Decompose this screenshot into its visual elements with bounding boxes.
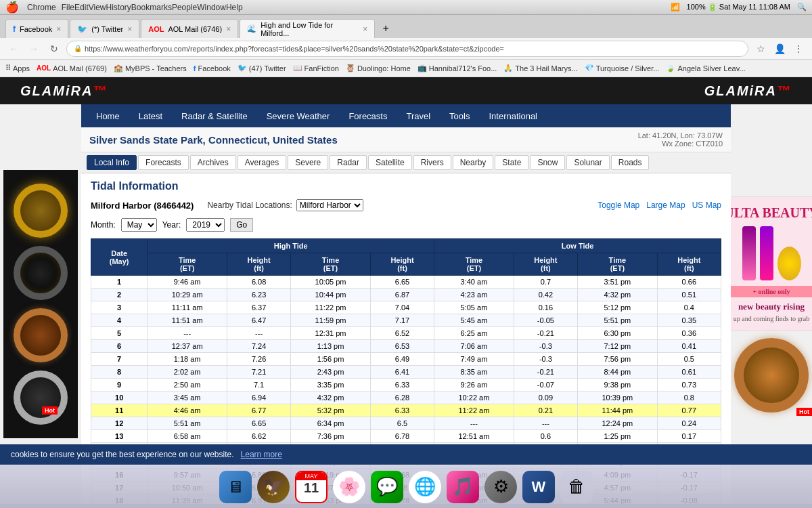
dock-photos[interactable]: 🌸 [332, 469, 367, 505]
tab-close-icon[interactable]: × [363, 24, 367, 34]
dock-trash[interactable]: 🗑 [559, 469, 594, 505]
month-year-row: Month: May Year: 2019 Go [91, 218, 721, 232]
nav-radar[interactable]: Radar & Satellite [172, 107, 257, 125]
location-header: Silver Sands State Park, Connecticut, Un… [81, 127, 731, 152]
cookie-learn-more[interactable]: Learn more [241, 450, 282, 459]
us-map-link[interactable]: US Map [692, 200, 721, 210]
ht1-height-cell: 6.47 [227, 314, 290, 327]
menu-file[interactable]: File [62, 3, 74, 12]
forward-button[interactable]: → [26, 41, 42, 57]
subnav-roads[interactable]: Roads [611, 155, 650, 170]
date-cell: 2 [91, 289, 148, 301]
menu-history[interactable]: History [106, 3, 131, 12]
go-button[interactable]: Go [230, 218, 253, 232]
tab-facebook[interactable]: f Facebook × [5, 19, 68, 38]
dock-messages[interactable]: 💬 [369, 469, 405, 505]
year-select[interactable]: 2019 [186, 218, 225, 232]
tab-bar: f Facebook × 🐦 (*) Twitter × AOL AOL Mai… [0, 15, 812, 38]
dock-settings[interactable]: ⚙ [483, 469, 518, 505]
ht1-height-header: Height(ft) [227, 253, 290, 276]
tab-aol[interactable]: AOL AOL Mail (6746) × [141, 19, 238, 38]
subnav-solunar[interactable]: Solunar [566, 155, 609, 170]
lt1-time-cell: 10:22 am [434, 391, 514, 404]
subnav-snow[interactable]: Snow [530, 155, 565, 170]
nav-travel[interactable]: Travel [397, 107, 440, 125]
subnav-rivers[interactable]: Rivers [413, 155, 451, 170]
bookmark-turquoise[interactable]: 💎 Turquoise / Silver... [585, 64, 660, 72]
glamira-banner-top[interactable]: GLAMiRA™ GLAMiRA™ [0, 77, 812, 104]
ring-ad-1 [14, 184, 68, 238]
subnav-radar[interactable]: Radar [330, 155, 367, 170]
new-tab-button[interactable]: + [376, 19, 395, 38]
menu-bookmarks[interactable]: Bookmarks [131, 3, 172, 12]
tab-close-icon[interactable]: × [56, 24, 61, 34]
back-button[interactable]: ← [5, 41, 22, 57]
bookmark-fanfiction[interactable]: 📖 FanFiction [293, 64, 339, 72]
subnav-state[interactable]: State [495, 155, 528, 170]
menu-chrome[interactable]: Chrome [27, 3, 56, 12]
table-row: 8 2:02 am 7.21 2:43 pm 6.41 8:35 am -0.2… [91, 366, 721, 379]
twitter-bookmark-icon: 🐦 [238, 64, 247, 72]
dock-finder[interactable]: 🖥 [218, 469, 253, 505]
menu-edit[interactable]: Edit [74, 3, 89, 12]
bookmark-hannibal[interactable]: 📺 Hannibal712's Foo... [418, 64, 497, 72]
reload-button[interactable]: ↻ [46, 41, 62, 57]
duolingo-icon: 🦉 [346, 64, 355, 72]
bookmark-duolingo[interactable]: 🦉 Duolingo: Home [346, 64, 411, 72]
nav-severe[interactable]: Severe Weather [257, 107, 340, 125]
dock-music[interactable]: 🎵 [445, 469, 480, 505]
tab-close-icon[interactable]: × [226, 24, 231, 34]
subnav-satellite[interactable]: Satellite [368, 155, 412, 170]
table-row: 12 5:51 am 6.65 6:34 pm 6.5 --- --- 12:2… [91, 417, 721, 430]
dock-calendar[interactable]: MAY 11 [294, 469, 329, 505]
large-map-link[interactable]: Large Map [646, 200, 685, 210]
nav-latest[interactable]: Latest [129, 107, 172, 125]
menu-window[interactable]: Window [197, 3, 226, 12]
dock-chrome[interactable]: 🌐 [407, 469, 443, 505]
ht1-height-cell: --- [227, 327, 290, 340]
bookmark-star-button[interactable]: ☆ [752, 41, 769, 57]
nav-home[interactable]: Home [87, 107, 129, 125]
tab-tide[interactable]: 🌊 High and Low Tide for Milford... × [240, 19, 375, 38]
nav-international[interactable]: International [479, 107, 547, 125]
toggle-map-link[interactable]: Toggle Map [597, 200, 639, 210]
bookmark-twitter[interactable]: 🐦 (47) Twitter [238, 64, 286, 72]
nav-forecasts[interactable]: Forecasts [339, 107, 397, 125]
subnav-archives[interactable]: Archives [190, 155, 236, 170]
ht2-time-cell: 11:22 pm [291, 301, 371, 314]
menu-view[interactable]: View [89, 3, 106, 12]
subnav-averages[interactable]: Averages [238, 155, 286, 170]
bookmark-apps[interactable]: ⠿ Apps [5, 64, 30, 72]
nav-tools[interactable]: Tools [440, 107, 479, 125]
menu-button[interactable]: ⋮ [790, 41, 807, 57]
subnav-nearby[interactable]: Nearby [453, 155, 494, 170]
date-cell: 11 [91, 404, 148, 417]
harbor-name: Milford Harbor (8466442) [91, 200, 194, 211]
bookmarks-bar: ⠿ Apps AOL AOL Mail (6769) 🏫 MyBPS - Tea… [0, 60, 812, 77]
menu-people[interactable]: People [172, 3, 197, 12]
lt1-time-cell: 7:49 am [434, 353, 514, 366]
bookmark-aol[interactable]: AOL AOL Mail (6769) [37, 64, 107, 72]
search-icon[interactable]: 🔍 [797, 3, 807, 12]
account-button[interactable]: 👤 [771, 41, 788, 57]
ht1-height-cell: 6.94 [227, 391, 290, 404]
nearby-tidal-select[interactable]: Milford Harbor [296, 199, 363, 211]
bookmark-angela[interactable]: 🍃 Angela Silver Leav... [666, 64, 745, 72]
address-bar[interactable]: 🔒 https://www.weatherforyou.com/reports/… [66, 41, 748, 57]
bookmark-3hailmarys[interactable]: 🙏 The 3 Hail Marys... [503, 64, 577, 72]
bookmark-facebook[interactable]: f Facebook [194, 64, 231, 72]
lt1-height-cell: -0.05 [514, 314, 577, 327]
tab-twitter[interactable]: 🐦 (*) Twitter × [70, 19, 139, 38]
dock-word[interactable]: W [521, 469, 556, 505]
subnav-forecasts[interactable]: Forecasts [138, 155, 189, 170]
dock: 🖥 🦅 MAY 11 🌸 💬 🌐 🎵 ⚙ W 🗑 [0, 465, 812, 508]
lt1-height-cell: 0.09 [514, 391, 577, 404]
subnav-severe[interactable]: Severe [288, 155, 328, 170]
menu-help[interactable]: Help [226, 3, 243, 12]
tab-close-icon[interactable]: × [127, 24, 132, 34]
dock-eagle[interactable]: 🦅 [256, 469, 291, 505]
cookie-bar[interactable]: cookies to ensure you get the best exper… [0, 444, 812, 465]
bookmark-mybps[interactable]: 🏫 MyBPS - Teachers [114, 64, 187, 72]
subnav-localinfo[interactable]: Local Info [87, 155, 137, 170]
month-select[interactable]: May [121, 218, 157, 232]
